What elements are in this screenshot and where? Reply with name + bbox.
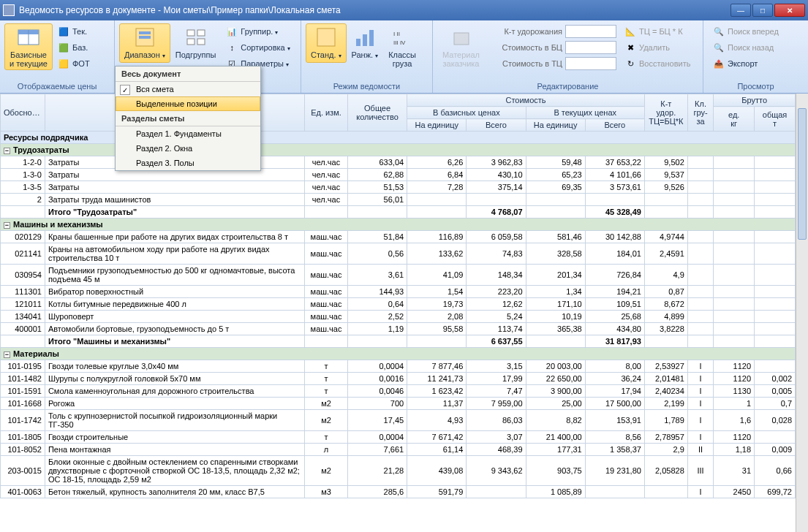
- table-cell[interactable]: 2,52: [347, 311, 407, 323]
- table-cell[interactable]: [687, 265, 714, 286]
- table-cell[interactable]: чел.час: [305, 156, 348, 169]
- collapse-icon[interactable]: −: [4, 352, 10, 358]
- table-cell[interactable]: Шуроповерт: [45, 311, 304, 323]
- table-cell[interactable]: 2,08: [407, 311, 467, 323]
- table-cell[interactable]: чел.час: [305, 194, 348, 206]
- table-cell[interactable]: 0,0004: [347, 360, 407, 373]
- table-cell[interactable]: 4,899: [644, 311, 687, 323]
- table-cell[interactable]: [714, 181, 755, 194]
- table-cell[interactable]: 10,19: [526, 311, 585, 323]
- table-cell[interactable]: 591,79: [407, 486, 467, 498]
- table-cell[interactable]: [526, 194, 585, 206]
- table-cell[interactable]: 700: [347, 398, 407, 410]
- table-cell[interactable]: 1120: [714, 431, 755, 444]
- table-cell[interactable]: 7 959,00: [467, 398, 526, 410]
- scrollbar-thumb[interactable]: [798, 108, 807, 240]
- table-cell[interactable]: маш.час: [305, 298, 348, 311]
- table-cell[interactable]: 2,40234: [644, 385, 687, 398]
- table-cell[interactable]: 0,87: [644, 286, 687, 298]
- table-cell[interactable]: [714, 286, 755, 298]
- table-row[interactable]: 021141Краны на автомобильном ходу при ра…: [1, 243, 796, 265]
- table-cell[interactable]: 223,20: [467, 286, 526, 298]
- menu-item-r1[interactable]: Раздел 1. Фундаменты: [116, 126, 260, 141]
- table-cell[interactable]: 020129: [1, 231, 45, 243]
- table-cell[interactable]: 2,05828: [644, 456, 687, 486]
- table-cell[interactable]: 7,661: [347, 444, 407, 456]
- table-cell[interactable]: 2,199: [644, 398, 687, 410]
- table-cell[interactable]: 36,24: [585, 373, 644, 385]
- table-cell[interactable]: [714, 206, 755, 218]
- table-cell[interactable]: 17,94: [585, 385, 644, 398]
- table-cell[interactable]: м2: [305, 410, 348, 431]
- classes-button[interactable]: I IIIII IV Классы груза: [383, 23, 421, 70]
- table-cell[interactable]: 0,0016: [347, 373, 407, 385]
- table-cell[interactable]: 19 231,80: [585, 456, 644, 486]
- cost-tc-input[interactable]: [565, 57, 616, 70]
- table-cell[interactable]: [687, 243, 714, 265]
- table-cell[interactable]: [755, 335, 796, 348]
- table-cell[interactable]: 31 817,93: [585, 335, 644, 348]
- collapse-icon[interactable]: −: [4, 222, 10, 229]
- table-cell[interactable]: т: [305, 385, 348, 398]
- table-cell[interactable]: 61,14: [407, 444, 467, 456]
- table-row[interactable]: 1-3-5Затраты чел.час51,537,28375,1469,35…: [1, 181, 796, 194]
- table-cell[interactable]: 3 573,61: [585, 181, 644, 194]
- table-cell[interactable]: маш.час: [305, 323, 348, 335]
- table-cell[interactable]: 430,10: [467, 169, 526, 181]
- table-cell[interactable]: 7 877,46: [407, 360, 467, 373]
- table-cell[interactable]: Автомобили бортовые, грузоподъемность до…: [45, 323, 304, 335]
- table-cell[interactable]: 3,8228: [644, 323, 687, 335]
- maximize-button[interactable]: □: [752, 4, 773, 17]
- material-button[interactable]: Материал заказчика: [437, 23, 485, 70]
- table-cell[interactable]: чел.час: [305, 181, 348, 194]
- table-cell[interactable]: [755, 360, 796, 373]
- table-cell[interactable]: 101-1591: [1, 385, 45, 398]
- table-cell[interactable]: 2,4591: [644, 243, 687, 265]
- table-row[interactable]: 400001Автомобили бортовые, грузоподъемно…: [1, 323, 796, 335]
- table-cell[interactable]: [644, 335, 687, 348]
- rank-button[interactable]: Ранж.▾: [347, 23, 384, 63]
- table-cell[interactable]: [687, 206, 714, 218]
- table-row[interactable]: 401-0063Бетон тяжелый, крупность заполни…: [1, 486, 796, 498]
- table-cell[interactable]: [305, 206, 348, 218]
- table-cell[interactable]: 375,14: [467, 181, 526, 194]
- section-row[interactable]: −Машины и механизмы: [1, 218, 796, 231]
- k-udor-input[interactable]: [565, 25, 616, 38]
- col-cls[interactable]: Кл. гру- за: [687, 94, 714, 132]
- table-cell[interactable]: Краны башенные при работе на других вида…: [45, 231, 304, 243]
- col-cost-tc[interactable]: В текущих ценах: [526, 107, 644, 119]
- table-cell[interactable]: 1,789: [644, 410, 687, 431]
- table-cell[interactable]: Гвозди строительные: [45, 431, 304, 444]
- table-cell[interactable]: 7 671,42: [407, 431, 467, 444]
- table-cell[interactable]: 1130: [714, 385, 755, 398]
- menu-item-all[interactable]: ✓Вся смета: [116, 82, 260, 96]
- table-cell[interactable]: [1, 335, 45, 348]
- table-cell[interactable]: 4 101,66: [585, 169, 644, 181]
- group-button[interactable]: 📊Группир.▾: [222, 24, 293, 39]
- menu-item-r3[interactable]: Раздел 3. Полы: [116, 156, 260, 170]
- table-cell[interactable]: 17 500,00: [585, 398, 644, 410]
- table-cell[interactable]: 69,35: [526, 181, 585, 194]
- table-cell[interactable]: [755, 298, 796, 311]
- table-cell[interactable]: [1, 206, 45, 218]
- table-cell[interactable]: I: [687, 431, 714, 444]
- table-cell[interactable]: 1 623,42: [407, 385, 467, 398]
- table-row[interactable]: 111301Вибратор поверхностный маш.час144,…: [1, 286, 796, 298]
- table-cell[interactable]: 2,78957: [644, 431, 687, 444]
- table-row[interactable]: 101-1668Рогожа м270011,377 959,0025,0017…: [1, 398, 796, 410]
- table-cell[interactable]: 633,04: [347, 156, 407, 169]
- table-cell[interactable]: 1,34: [526, 286, 585, 298]
- table-cell[interactable]: [714, 169, 755, 181]
- table-cell[interactable]: 121011: [1, 298, 45, 311]
- table-cell[interactable]: 111301: [1, 286, 45, 298]
- table-row[interactable]: 121011Котлы битумные передвижные 400 л м…: [1, 298, 796, 311]
- table-cell[interactable]: 4,93: [407, 410, 467, 431]
- table-cell[interactable]: 101-1742: [1, 410, 45, 431]
- table-cell[interactable]: 1-3-0: [1, 169, 45, 181]
- table-cell[interactable]: 0,0046: [347, 385, 407, 398]
- table-cell[interactable]: [644, 486, 687, 498]
- table-cell[interactable]: 903,75: [526, 456, 585, 486]
- table-cell[interactable]: [585, 194, 644, 206]
- table-cell[interactable]: 328,58: [526, 243, 585, 265]
- table-cell[interactable]: 25,68: [585, 311, 644, 323]
